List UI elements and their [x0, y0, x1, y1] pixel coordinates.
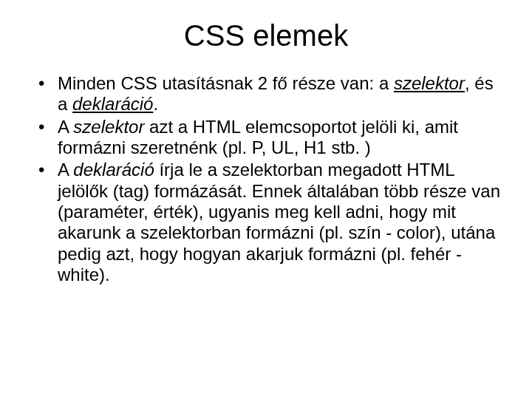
bullet-text: Minden CSS utasításnak 2 fő része van: a: [58, 73, 394, 93]
bullet-list: Minden CSS utasításnak 2 fő része van: a…: [30, 73, 502, 285]
slide: CSS elemek Minden CSS utasításnak 2 fő r…: [0, 0, 532, 399]
term-szelektor: szelektor: [73, 117, 144, 137]
list-item: Minden CSS utasításnak 2 fő része van: a…: [38, 73, 502, 115]
term-deklaracio: deklaráció: [72, 94, 153, 114]
bullet-text: A: [58, 117, 73, 137]
term-szelektor: szelektor: [394, 73, 465, 93]
bullet-text: .: [153, 94, 158, 114]
slide-title: CSS elemek: [30, 19, 502, 52]
term-deklaracio: deklaráció: [73, 160, 154, 180]
bullet-text: A: [58, 160, 73, 180]
list-item: A szelektor azt a HTML elemcsoportot jel…: [38, 117, 502, 159]
list-item: A deklaráció írja le a szelektorban mega…: [38, 160, 502, 285]
